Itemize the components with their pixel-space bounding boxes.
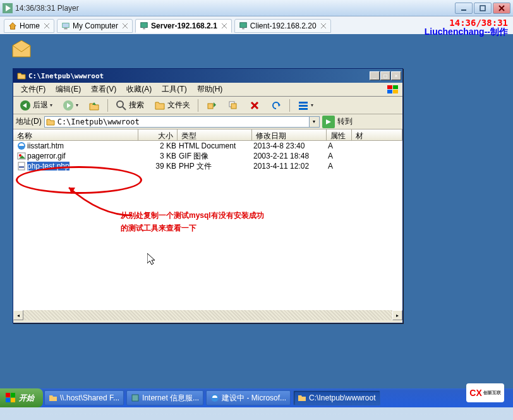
chevron-down-icon: ▾ <box>50 102 52 108</box>
column-type[interactable]: 类型 <box>178 129 252 140</box>
column-attr[interactable]: 属性 <box>327 129 352 140</box>
file-date: 2013-4-11 12:02 <box>252 162 327 171</box>
tab-client[interactable]: Client-192.168.2.20 <box>234 19 331 33</box>
address-dropdown-button[interactable]: ▾ <box>310 116 320 128</box>
taskbar-label: Internet 信息服... <box>142 393 199 404</box>
back-button[interactable]: 后退 ▾ <box>16 99 56 112</box>
tab-my-computer[interactable]: My Computer <box>57 19 133 33</box>
player-maximize-button[interactable] <box>474 3 492 14</box>
scroll-left-button[interactable]: ◂ <box>13 310 23 320</box>
svg-rect-24 <box>387 90 392 93</box>
file-type: HTML Document <box>178 141 252 150</box>
file-row[interactable]: php-test.php 39 KB PHP 文件 2013-4-11 12:0… <box>13 161 402 171</box>
svg-rect-49 <box>19 166 24 168</box>
menu-edit[interactable]: 编辑(E) <box>51 83 86 96</box>
player-close-button[interactable] <box>493 3 510 14</box>
explorer-window: C:\Inetpub\wwwroot _ □ × 文件(F) 编辑(E) 查看(… <box>13 68 403 323</box>
file-date: 2013-4-8 23:40 <box>252 141 327 150</box>
file-attr: A <box>327 141 352 150</box>
svg-point-46 <box>19 154 21 157</box>
folders-icon <box>154 100 166 111</box>
menu-file[interactable]: 文件(F) <box>16 83 51 96</box>
tab-label: My Computer <box>73 21 118 30</box>
home-icon <box>8 21 17 30</box>
file-date: 2003-2-21 18:48 <box>252 152 327 160</box>
windows-logo-icon <box>5 392 16 404</box>
column-date[interactable]: 修改日期 <box>252 129 327 140</box>
taskbar-item[interactable]: 建设中 - Microsof... <box>206 390 291 405</box>
delete-button[interactable] <box>245 99 264 112</box>
start-label: 开始 <box>19 393 34 404</box>
taskbar-label: C:\Inetpub\wwwroot <box>309 393 375 402</box>
delete-icon <box>249 100 260 111</box>
svg-rect-33 <box>208 104 213 109</box>
explorer-file-list[interactable]: iisstart.htm 2 KB HTML Document 2013-4-8… <box>13 141 402 310</box>
svg-rect-40 <box>299 102 308 104</box>
back-icon <box>20 100 31 111</box>
file-name: pagerror.gif <box>27 152 66 160</box>
search-button[interactable]: 搜索 <box>112 99 148 112</box>
close-icon[interactable] <box>44 23 50 29</box>
svg-rect-3 <box>480 6 485 11</box>
scroll-right-button[interactable]: ▸ <box>392 310 402 320</box>
file-size: 3 KB <box>138 152 178 160</box>
svg-marker-21 <box>13 40 30 57</box>
up-button[interactable] <box>85 99 104 112</box>
svg-point-31 <box>117 101 123 107</box>
address-input[interactable] <box>44 116 310 128</box>
close-icon[interactable] <box>320 23 327 29</box>
menu-view[interactable]: 查看(V) <box>86 83 121 96</box>
go-arrow-icon <box>325 118 332 126</box>
image-file-icon <box>17 152 26 160</box>
tab-server[interactable]: Server-192.168.2.1 <box>135 19 232 33</box>
copy-button[interactable] <box>224 99 243 112</box>
svg-rect-9 <box>63 23 69 28</box>
explorer-column-headers: 名称 大小 类型 修改日期 属性 材 <box>13 129 402 141</box>
taskbar-item[interactable]: C:\Inetpub\wwwroot <box>293 390 380 405</box>
remote-desktop[interactable]: C:\Inetpub\wwwroot _ □ × 文件(F) 编辑(E) 查看(… <box>0 34 513 407</box>
menu-favorites[interactable]: 收藏(A) <box>121 83 157 96</box>
svg-rect-22 <box>387 85 392 89</box>
forward-icon <box>63 100 74 111</box>
svg-rect-13 <box>141 23 148 28</box>
close-icon[interactable] <box>221 23 227 29</box>
move-button[interactable] <box>202 99 221 112</box>
menu-help[interactable]: 帮助(H) <box>192 83 228 96</box>
explorer-minimize-button[interactable]: _ <box>370 71 380 80</box>
annotation-arrow <box>63 184 138 222</box>
taskbar-item[interactable]: \\.host\Shared F... <box>44 390 124 405</box>
desktop-icon-outlook[interactable] <box>10 39 33 61</box>
file-row[interactable]: pagerror.gif 3 KB GIF 图像 2003-2-21 18:48… <box>13 151 402 161</box>
forward-button[interactable]: ▾ <box>59 99 82 112</box>
folder-icon <box>17 71 26 80</box>
column-name[interactable]: 名称 <box>13 129 138 140</box>
views-button[interactable]: ▾ <box>294 99 317 112</box>
explorer-maximize-button[interactable]: □ <box>380 71 390 80</box>
folders-button[interactable]: 文件夹 <box>150 99 194 112</box>
close-icon[interactable] <box>122 23 128 29</box>
cursor-icon <box>147 253 157 266</box>
explorer-titlebar[interactable]: C:\Inetpub\wwwroot _ □ × <box>13 69 402 83</box>
menu-tools[interactable]: 工具(T) <box>157 83 191 96</box>
separator <box>198 99 198 112</box>
views-icon <box>298 100 309 111</box>
player-minimize-button[interactable] <box>455 3 473 14</box>
undo-button[interactable] <box>267 99 286 112</box>
up-folder-icon <box>88 100 100 111</box>
column-extra[interactable]: 材 <box>352 129 402 140</box>
explorer-close-button[interactable]: × <box>391 71 401 80</box>
scroll-track[interactable] <box>23 310 392 320</box>
svg-rect-56 <box>132 395 138 401</box>
go-button[interactable] <box>322 116 335 128</box>
watermark-sub: 创新互联 <box>483 390 501 396</box>
chevron-down-icon: ▾ <box>311 102 313 108</box>
search-label: 搜索 <box>129 100 144 111</box>
tab-home[interactable]: Home <box>4 19 54 33</box>
file-row[interactable]: iisstart.htm 2 KB HTML Document 2013-4-8… <box>13 141 402 151</box>
search-icon <box>116 100 127 111</box>
horizontal-scrollbar[interactable]: ◂ ▸ <box>13 310 402 320</box>
column-size[interactable]: 大小 <box>138 129 178 140</box>
start-button[interactable]: 开始 <box>0 388 43 407</box>
file-size: 39 KB <box>138 162 178 171</box>
taskbar-item[interactable]: Internet 信息服... <box>126 390 203 405</box>
